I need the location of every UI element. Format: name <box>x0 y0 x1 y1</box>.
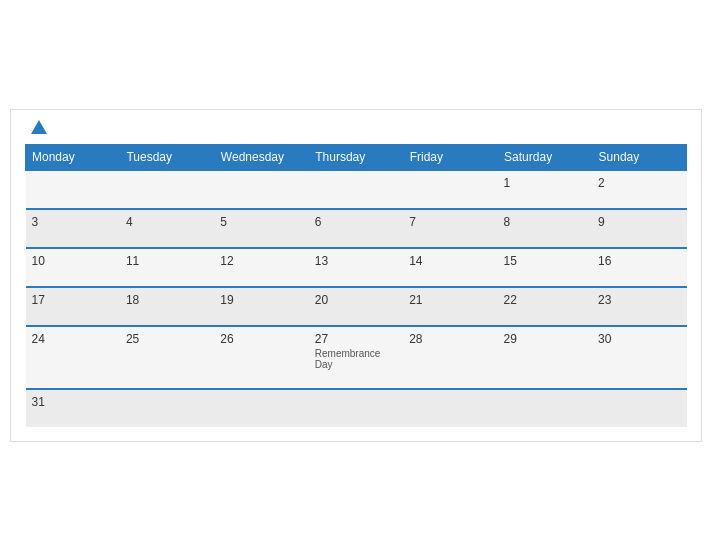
day-number: 7 <box>409 215 491 229</box>
calendar-week-row: 10111213141516 <box>26 248 687 287</box>
day-number: 21 <box>409 293 491 307</box>
calendar-cell: 7 <box>403 209 497 248</box>
calendar-cell: 31 <box>26 389 120 427</box>
calendar-cell: 18 <box>120 287 214 326</box>
day-number: 27 <box>315 332 397 346</box>
day-number: 4 <box>126 215 208 229</box>
day-number: 20 <box>315 293 397 307</box>
calendar-cell: 1 <box>498 170 592 209</box>
weekday-header-wednesday: Wednesday <box>214 144 308 170</box>
day-number: 15 <box>504 254 586 268</box>
day-number: 31 <box>32 395 114 409</box>
calendar-table: MondayTuesdayWednesdayThursdayFridaySatu… <box>25 144 687 427</box>
calendar-cell: 30 <box>592 326 686 389</box>
calendar-week-row: 24252627Remembrance Day282930 <box>26 326 687 389</box>
calendar-cell: 11 <box>120 248 214 287</box>
day-number: 5 <box>220 215 302 229</box>
day-number: 29 <box>504 332 586 346</box>
calendar-week-row: 3456789 <box>26 209 687 248</box>
calendar-header <box>25 120 687 134</box>
day-number: 10 <box>32 254 114 268</box>
day-number: 22 <box>504 293 586 307</box>
day-number: 19 <box>220 293 302 307</box>
calendar-cell: 24 <box>26 326 120 389</box>
calendar-week-row: 17181920212223 <box>26 287 687 326</box>
calendar-cell <box>403 389 497 427</box>
day-number: 2 <box>598 176 680 190</box>
calendar-cell: 12 <box>214 248 308 287</box>
calendar-cell: 20 <box>309 287 403 326</box>
logo <box>27 120 51 134</box>
calendar-cell: 17 <box>26 287 120 326</box>
calendar-cell: 10 <box>26 248 120 287</box>
day-number: 1 <box>504 176 586 190</box>
calendar-container: MondayTuesdayWednesdayThursdayFridaySatu… <box>10 109 702 442</box>
calendar-cell: 22 <box>498 287 592 326</box>
weekday-header-tuesday: Tuesday <box>120 144 214 170</box>
calendar-cell: 27Remembrance Day <box>309 326 403 389</box>
calendar-cell: 2 <box>592 170 686 209</box>
day-number: 23 <box>598 293 680 307</box>
calendar-cell: 16 <box>592 248 686 287</box>
weekday-header-friday: Friday <box>403 144 497 170</box>
weekday-header-sunday: Sunday <box>592 144 686 170</box>
calendar-week-row: 31 <box>26 389 687 427</box>
calendar-cell: 8 <box>498 209 592 248</box>
day-number: 12 <box>220 254 302 268</box>
day-number: 13 <box>315 254 397 268</box>
day-number: 14 <box>409 254 491 268</box>
calendar-cell: 3 <box>26 209 120 248</box>
calendar-cell <box>309 389 403 427</box>
weekday-header-monday: Monday <box>26 144 120 170</box>
calendar-cell: 23 <box>592 287 686 326</box>
day-number: 11 <box>126 254 208 268</box>
weekday-header-thursday: Thursday <box>309 144 403 170</box>
day-number: 17 <box>32 293 114 307</box>
day-number: 26 <box>220 332 302 346</box>
calendar-cell <box>214 170 308 209</box>
weekday-header-saturday: Saturday <box>498 144 592 170</box>
calendar-cell: 28 <box>403 326 497 389</box>
calendar-cell <box>309 170 403 209</box>
day-number: 30 <box>598 332 680 346</box>
calendar-cell: 13 <box>309 248 403 287</box>
calendar-cell: 4 <box>120 209 214 248</box>
calendar-cell: 25 <box>120 326 214 389</box>
event-label: Remembrance Day <box>315 348 397 370</box>
day-number: 24 <box>32 332 114 346</box>
day-number: 18 <box>126 293 208 307</box>
day-number: 9 <box>598 215 680 229</box>
day-number: 8 <box>504 215 586 229</box>
calendar-cell: 19 <box>214 287 308 326</box>
calendar-cell <box>120 389 214 427</box>
day-number: 3 <box>32 215 114 229</box>
calendar-cell <box>403 170 497 209</box>
calendar-cell <box>214 389 308 427</box>
day-number: 6 <box>315 215 397 229</box>
day-number: 16 <box>598 254 680 268</box>
calendar-cell: 29 <box>498 326 592 389</box>
calendar-cell: 21 <box>403 287 497 326</box>
calendar-week-row: 12 <box>26 170 687 209</box>
calendar-cell: 26 <box>214 326 308 389</box>
calendar-cell <box>120 170 214 209</box>
calendar-cell: 14 <box>403 248 497 287</box>
calendar-cell <box>26 170 120 209</box>
calendar-cell <box>592 389 686 427</box>
calendar-cell: 5 <box>214 209 308 248</box>
calendar-header-row: MondayTuesdayWednesdayThursdayFridaySatu… <box>26 144 687 170</box>
calendar-cell <box>498 389 592 427</box>
calendar-cell: 6 <box>309 209 403 248</box>
day-number: 28 <box>409 332 491 346</box>
calendar-cell: 15 <box>498 248 592 287</box>
day-number: 25 <box>126 332 208 346</box>
logo-triangle-icon <box>31 120 47 134</box>
calendar-cell: 9 <box>592 209 686 248</box>
